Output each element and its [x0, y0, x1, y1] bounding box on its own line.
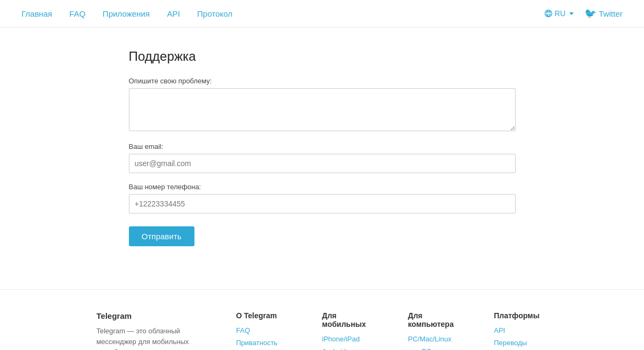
footer-col-mobile-links: iPhone/iPad Android Мобильная веб-версия [322, 335, 376, 350]
twitter-label: Twitter [599, 9, 623, 18]
nav-home[interactable]: Главная [21, 9, 52, 18]
footer-link-api[interactable]: API [494, 326, 548, 334]
footer-brand-desc: Telegram — это облачный мессенджер для м… [97, 326, 204, 350]
footer-col-about: О Telegram FAQ Приватность Для СМИ [236, 311, 290, 350]
twitter-link[interactable]: 🐦 Twitter [584, 8, 623, 19]
chevron-down-icon [569, 12, 574, 15]
nav-links: Главная FAQ Приложения API Протокол [21, 9, 544, 18]
footer-link-pcmac[interactable]: PC/Mac/Linux [408, 335, 462, 343]
nav-protocol[interactable]: Протокол [197, 9, 233, 18]
lang-label: RU [555, 9, 566, 18]
email-group: Ваш email: [129, 142, 516, 173]
phone-label: Ваш номер телефона: [129, 183, 516, 191]
problem-textarea[interactable] [129, 88, 516, 131]
footer-link-translations[interactable]: Переводы [494, 339, 548, 347]
footer-inner: Telegram Telegram — это облачный мессенд… [97, 311, 548, 350]
footer-link-privacy[interactable]: Приватность [236, 339, 290, 347]
lang-selector[interactable]: RU [544, 9, 574, 18]
problem-group: Опишите свою проблему: [129, 77, 516, 133]
footer: Telegram Telegram — это облачный мессенд… [0, 289, 644, 350]
nav-api[interactable]: API [167, 9, 180, 18]
footer-brand-name: Telegram [97, 311, 204, 320]
footer-brand: Telegram Telegram — это облачный мессенд… [97, 311, 204, 350]
navbar-right: RU 🐦 Twitter [544, 8, 623, 19]
footer-col-platforms: Платформы API Переводы Instant View [494, 311, 548, 350]
phone-input[interactable] [129, 194, 516, 213]
footer-col-about-links: FAQ Приватность Для СМИ [236, 326, 290, 350]
globe-icon [544, 9, 553, 18]
navbar: Главная FAQ Приложения API Протокол RU 🐦… [0, 0, 644, 27]
page-title: Поддержка [129, 49, 516, 64]
phone-group: Ваш номер телефона: [129, 183, 516, 213]
footer-col-desktop: Для компьютера PC/Mac/Linux macOS Веб-ве… [408, 311, 462, 350]
footer-col-mobile: Для мобильных iPhone/iPad Android Мобиль… [322, 311, 376, 350]
footer-col-desktop-title: Для компьютера [408, 311, 462, 328]
footer-col-mobile-title: Для мобильных [322, 311, 376, 328]
footer-col-desktop-links: PC/Mac/Linux macOS Веб-версия [408, 335, 462, 350]
email-input[interactable] [129, 154, 516, 173]
email-label: Ваш email: [129, 142, 516, 151]
footer-link-android[interactable]: Android [322, 347, 376, 350]
footer-link-macos[interactable]: macOS [408, 347, 462, 350]
main-content: Поддержка Опишите свою проблему: Ваш ema… [97, 27, 548, 278]
nav-faq[interactable]: FAQ [69, 9, 85, 18]
problem-label: Опишите свою проблему: [129, 77, 516, 85]
submit-button[interactable]: Отправить [129, 226, 194, 246]
footer-col-platforms-links: API Переводы Instant View [494, 326, 548, 350]
footer-link-iphone[interactable]: iPhone/iPad [322, 335, 376, 343]
footer-link-faq[interactable]: FAQ [236, 326, 290, 334]
nav-apps[interactable]: Приложения [103, 9, 150, 18]
footer-col-about-title: О Telegram [236, 311, 290, 320]
footer-col-platforms-title: Платформы [494, 311, 548, 320]
twitter-bird-icon: 🐦 [584, 8, 596, 19]
